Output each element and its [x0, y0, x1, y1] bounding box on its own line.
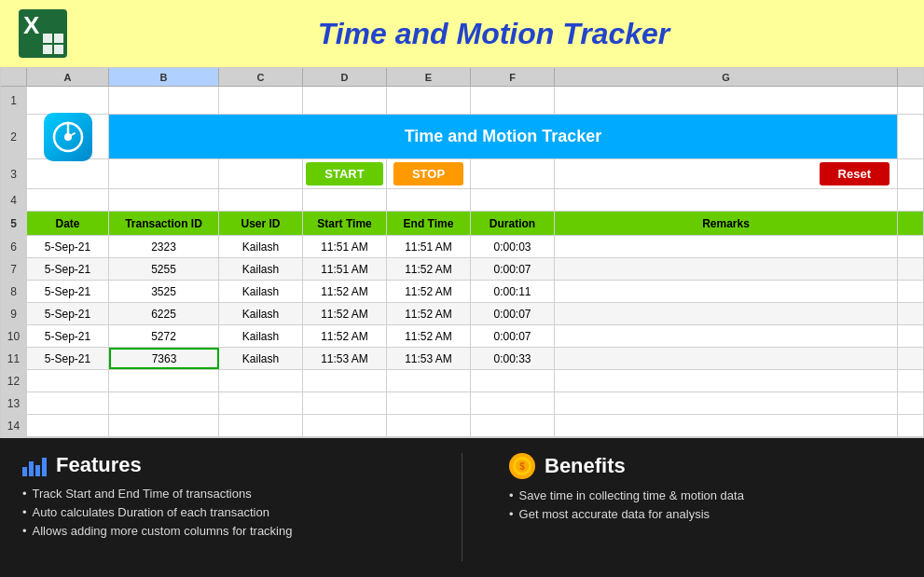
- svg-rect-3: [54, 45, 63, 54]
- cell-date-11: 5-Sep-21: [27, 348, 109, 369]
- row-num-4: 4: [1, 189, 27, 211]
- cell-g3-reset: Reset: [555, 159, 898, 188]
- cell-title-merged: Time and Motion Tracker: [109, 115, 898, 158]
- cell-c14: [219, 415, 303, 436]
- cell-e14: [387, 415, 471, 436]
- benefit-item-2: Get most accurate data for analysis: [509, 507, 902, 521]
- sheet-row-14: 14: [1, 415, 923, 437]
- svg-rect-0: [43, 34, 52, 43]
- reset-button[interactable]: Reset: [820, 162, 890, 185]
- cell-start-7: 11:51 AM: [303, 258, 387, 280]
- spreadsheet: A B C D E F G 1 2: [0, 67, 924, 438]
- cell-d12: [303, 370, 387, 392]
- cell-c1: [219, 87, 303, 114]
- feature-item-2: Auto calculates Duration of each transac…: [22, 505, 415, 519]
- col-header-duration: Duration: [471, 212, 555, 235]
- coin-icon: $: [509, 453, 535, 479]
- cell-dur-10: 0:00:07: [471, 325, 555, 347]
- app-header: X Time and Motion Tracker: [0, 0, 924, 67]
- excel-x-letter: X: [23, 11, 39, 40]
- cell-a12: [27, 370, 109, 392]
- cell-e4: [387, 189, 471, 211]
- row-num-10: 10: [1, 325, 27, 347]
- col-head-c: C: [219, 68, 303, 86]
- cell-start-8: 11:52 AM: [303, 281, 387, 302]
- excel-icon: X: [19, 9, 67, 58]
- cell-start-6: 11:51 AM: [303, 236, 387, 257]
- col-header-starttime: Start Time: [303, 212, 387, 235]
- cell-e1: [387, 87, 471, 114]
- bar2: [29, 461, 34, 476]
- cell-user-9: Kailash: [219, 303, 303, 324]
- sheet-row-12: 12: [1, 370, 923, 392]
- page-title: Time and Motion Tracker: [82, 17, 905, 51]
- cell-rem-10: [555, 325, 898, 347]
- cell-start-9: 11:52 AM: [303, 303, 387, 324]
- divider: [462, 453, 462, 561]
- cell-f4: [471, 189, 555, 211]
- cell-user-11: Kailash: [219, 348, 303, 369]
- bar1: [22, 467, 27, 476]
- sheet-row-7: 7 5-Sep-21 5255 Kailash 11:51 AM 11:52 A…: [1, 258, 923, 281]
- cell-d4: [303, 189, 387, 211]
- row-num-5: 5: [1, 212, 27, 235]
- cell-f1: [471, 87, 555, 114]
- cell-user-10: Kailash: [219, 325, 303, 347]
- cell-a3: [27, 159, 109, 188]
- cell-user-8: Kailash: [219, 281, 303, 302]
- row-num-6: 6: [1, 236, 27, 257]
- col-head-d: D: [303, 68, 387, 86]
- stop-button[interactable]: STOP: [393, 162, 463, 185]
- cell-c13: [219, 392, 303, 414]
- bar4: [42, 458, 47, 476]
- svg-rect-2: [43, 45, 52, 54]
- cell-dur-7: 0:00:07: [471, 258, 555, 280]
- cell-b14: [109, 415, 219, 436]
- cell-user-6: Kailash: [219, 236, 303, 257]
- app-logo: [44, 113, 92, 161]
- cell-g14: [555, 415, 898, 436]
- cell-b4: [109, 189, 219, 211]
- cell-a1: [27, 87, 109, 114]
- row-num-8: 8: [1, 281, 27, 302]
- cell-a2-logo: [27, 115, 109, 158]
- row-num-3: 3: [1, 159, 27, 188]
- cell-a14: [27, 415, 109, 436]
- cell-g1: [555, 87, 898, 114]
- bar-chart-icon: [22, 454, 47, 476]
- sheet-row-11: 11 5-Sep-21 7363 Kailash 11:53 AM 11:53 …: [1, 348, 923, 370]
- cell-rem-8: [555, 281, 898, 302]
- sheet-row-6: 6 5-Sep-21 2323 Kailash 11:51 AM 11:51 A…: [1, 236, 923, 258]
- spreadsheet-title: Time and Motion Tracker: [405, 127, 602, 146]
- cell-e12: [387, 370, 471, 392]
- col-head-b: B: [109, 68, 219, 86]
- sheet-row-10: 10 5-Sep-21 5272 Kailash 11:52 AM 11:52 …: [1, 325, 923, 348]
- features-heading: Features: [56, 453, 142, 477]
- cell-a4: [27, 189, 109, 211]
- cell-user-7: Kailash: [219, 258, 303, 280]
- row-num-2: 2: [1, 115, 27, 158]
- cell-f12: [471, 370, 555, 392]
- cell-b13: [109, 392, 219, 414]
- sheet-row-4: 4: [1, 189, 923, 212]
- cell-dur-9: 0:00:07: [471, 303, 555, 324]
- features-col: Features Track Start and End Time of tra…: [22, 453, 415, 561]
- cell-start-11: 11:53 AM: [303, 348, 387, 369]
- col-header-row: A B C D E F G: [1, 68, 923, 87]
- cell-g13: [555, 392, 898, 414]
- sheet-row-9: 9 5-Sep-21 6225 Kailash 11:52 AM 11:52 A…: [1, 303, 923, 325]
- cell-e13: [387, 392, 471, 414]
- start-button[interactable]: START: [306, 162, 382, 185]
- benefit-item-1: Save time in collecting time & motion da…: [509, 488, 902, 502]
- row-num-7: 7: [1, 258, 27, 280]
- col-header-date: Date: [27, 212, 109, 235]
- row-num-13: 13: [1, 392, 27, 414]
- cell-c12: [219, 370, 303, 392]
- svg-text:$: $: [519, 461, 525, 472]
- svg-rect-1: [54, 34, 63, 43]
- cell-d14: [303, 415, 387, 436]
- cell-g12: [555, 370, 898, 392]
- cell-d1: [303, 87, 387, 114]
- cell-end-7: 11:52 AM: [387, 258, 471, 280]
- cell-txn-8: 3525: [109, 281, 219, 302]
